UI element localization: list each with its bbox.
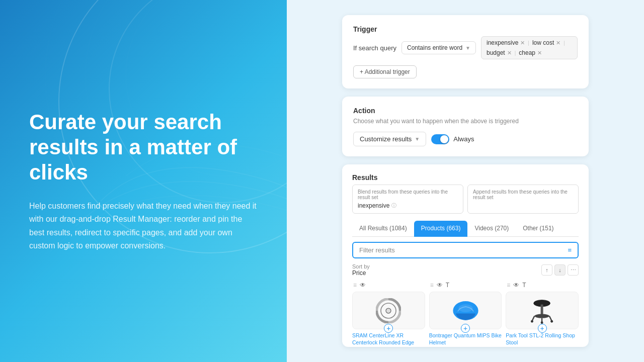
svg-point-5 <box>386 308 391 313</box>
product-name-1: SRAM CenterLine XR Centerlock Rounded Ed… <box>352 332 425 347</box>
toggle-track[interactable] <box>431 134 449 144</box>
tag-label: low cost <box>532 39 554 46</box>
svg-point-16 <box>550 320 553 323</box>
always-toggle[interactable]: Always <box>431 134 474 144</box>
tag-remove-icon[interactable]: ✕ <box>556 40 560 46</box>
tag-label: budget <box>487 49 505 56</box>
tag-separator-3: | <box>515 50 516 56</box>
tab-all-results[interactable]: All Results (1084) <box>352 221 414 237</box>
tag-label: cheap <box>519 49 535 56</box>
sort-value: Price <box>352 269 370 277</box>
left-panel: Curate your search results in a matter o… <box>0 0 287 362</box>
sort-options-button[interactable]: ⋯ <box>568 264 579 276</box>
filter-results-label: Filter results <box>359 246 395 254</box>
trigger-dropdown[interactable]: Contains entire word ▼ <box>401 41 476 54</box>
sort-label: Sort by <box>352 263 370 269</box>
tag-separator-2: | <box>564 40 565 46</box>
tab-videos[interactable]: Videos (270) <box>467 221 516 237</box>
tag-remove-icon[interactable]: ✕ <box>520 40 525 46</box>
action-dropdown[interactable]: Customize results ▼ <box>353 132 426 146</box>
svg-point-14 <box>531 320 533 323</box>
trigger-tags-container: inexpensive ✕ | low cost ✕ | budget ✕ | … <box>481 36 578 59</box>
drag-handle-icon[interactable]: ≡ <box>430 282 434 289</box>
sort-row: Sort by Price ↑ ↓ ⋯ <box>352 263 579 277</box>
sort-controls: ↑ ↓ ⋯ <box>541 264 579 276</box>
chevron-down-icon: ▼ <box>415 136 420 142</box>
tab-other[interactable]: Other (151) <box>516 221 560 237</box>
product-item-1: ≡ 👁 + SRAM CenterLine XR Center <box>352 282 425 347</box>
tag-budget: budget ✕ <box>487 49 512 56</box>
append-box: Append results from these queries into t… <box>467 185 579 214</box>
tag-label: inexpensive <box>487 39 518 46</box>
results-title: Results <box>352 173 579 182</box>
action-title: Action <box>353 107 578 115</box>
tag-low-cost: low cost ✕ <box>532 39 560 46</box>
filter-icon: ≡ <box>568 246 572 254</box>
action-subtitle: Choose what you want to happen when the … <box>353 118 578 125</box>
product-add-button-1[interactable]: + <box>384 324 393 333</box>
drag-handle-icon[interactable]: ≡ <box>353 282 357 289</box>
tag-remove-icon[interactable]: ✕ <box>537 50 542 56</box>
product-toolbar-2: ≡ 👁 T <box>429 282 502 289</box>
eye-icon[interactable]: 👁 <box>513 282 519 289</box>
action-card: Action Choose what you want to happen wh… <box>342 97 589 156</box>
results-card: Results Blend results from these queries… <box>342 164 589 347</box>
toggle-label: Always <box>453 135 474 143</box>
tag-inexpensive: inexpensive ✕ <box>487 39 525 46</box>
svg-point-7 <box>458 304 472 312</box>
results-tabs: All Results (1084) Products (663) Videos… <box>352 221 579 237</box>
toggle-thumb <box>440 135 448 143</box>
filter-results-bar[interactable]: Filter results ≡ <box>352 242 579 258</box>
eye-icon[interactable]: 👁 <box>437 282 443 289</box>
main-subtext: Help customers find precisely what they … <box>29 200 258 253</box>
append-label: Append results from these queries into t… <box>473 189 573 200</box>
chevron-down-icon: ▼ <box>465 45 470 51</box>
action-dropdown-label: Customize results <box>360 135 412 143</box>
tag-cheap: cheap ✕ <box>519 49 542 56</box>
svg-point-10 <box>535 314 549 318</box>
product-toolbar-3: ≡ 👁 T <box>506 282 579 289</box>
product-item-3: ≡ 👁 T <box>506 282 579 347</box>
product-name-2: Bontrager Quantum MIPS Bike Helmet <box>429 332 502 346</box>
product-name-3: Park Tool STL-2 Rolling Shop Stool <box>506 332 579 346</box>
trigger-if-label: If search query <box>353 44 396 52</box>
add-trigger-button[interactable]: + Additional trigger <box>353 65 417 78</box>
product-grid: ≡ 👁 + SRAM CenterLine XR Center <box>352 282 579 347</box>
product-image-2: + <box>429 292 502 329</box>
pin-icon[interactable]: T <box>522 282 526 289</box>
product-image-1: + <box>352 292 425 329</box>
main-heading: Curate your search results in a matter o… <box>29 110 258 186</box>
info-icon: ⓘ <box>391 202 396 209</box>
tab-products[interactable]: Products (663) <box>414 221 468 237</box>
product-toolbar-1: ≡ 👁 <box>352 282 425 289</box>
blend-box: Blend results from these queries into th… <box>352 185 463 214</box>
tag-separator-1: | <box>528 40 529 46</box>
blend-label: Blend results from these queries into th… <box>358 189 458 200</box>
product-image-3: + <box>506 292 579 329</box>
drag-handle-icon[interactable]: ≡ <box>507 282 510 289</box>
sort-desc-button[interactable]: ↓ <box>554 264 566 276</box>
product-add-button-3[interactable]: + <box>538 324 547 333</box>
sort-asc-button[interactable]: ↑ <box>541 264 552 276</box>
blend-value: inexpensive ⓘ <box>358 202 458 209</box>
product-add-button-2[interactable]: + <box>461 324 470 333</box>
eye-icon[interactable]: 👁 <box>360 282 366 289</box>
product-item-2: ≡ 👁 T + Bontrager Quantum MIPS Bike Helm… <box>429 282 502 347</box>
trigger-title: Trigger <box>353 25 578 33</box>
trigger-dropdown-label: Contains entire word <box>407 44 462 51</box>
right-panel: Trigger If search query Contains entire … <box>287 0 644 362</box>
pin-icon[interactable]: T <box>446 282 449 289</box>
trigger-card: Trigger If search query Contains entire … <box>342 15 589 88</box>
tag-remove-icon[interactable]: ✕ <box>507 50 512 56</box>
